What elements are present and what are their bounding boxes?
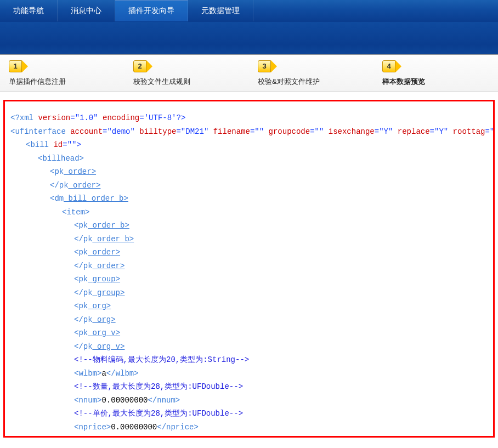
xml-pk-order2-open: <pk_order> [10,246,488,259]
xml-dm-bill-order-b: <dm_bill_order_b> [10,192,488,206]
xml-bill: <bill id=""> [10,138,488,152]
header-band [0,22,498,55]
xml-pk-order2-close: </pk_order> [10,259,488,273]
wizard-step-4[interactable]: 4 样本数据预览 [374,55,498,92]
step-4-label: 样本数据预览 [382,77,498,87]
step-3-label: 校验&对照文件维护 [258,77,374,87]
xml-preview-panel: <?xml version="1.0" encoding='UTF-8'?> <… [3,100,495,438]
wizard-step-3[interactable]: 3 校验&对照文件维护 [249,55,374,92]
wizard-steps: 1 单据插件信息注册 2 校验文件生成规则 3 校验&对照文件维护 4 样本数据… [0,55,498,92]
wizard-step-2[interactable]: 2 校验文件生成规则 [125,55,249,92]
xml-item: <item> [10,206,488,219]
xml-pk-order-close: </pk_order> [10,179,488,192]
xml-ufinterface: <ufinterface account="demo" billtype="DM… [10,125,488,139]
tab-message-center[interactable]: 消息中心 [58,0,115,21]
chevron-right-icon [395,60,401,72]
xml-pk-org-v-close: </pk_org_v> [10,340,488,354]
xml-pk-org-v-open: <pk_org_v> [10,326,488,340]
step-2-badge: 2 [133,60,146,72]
tab-plugin-wizard[interactable]: 插件开发向导 [115,0,188,21]
xml-comment-truncated: <!--金额,最大长度为28,类型为:UFDouble--> [10,434,488,438]
step-2-label: 校验文件生成规则 [133,77,249,87]
wizard-step-1[interactable]: 1 单据插件信息注册 [0,55,125,92]
top-nav-tabs: 功能导航 消息中心 插件开发向导 元数据管理 [0,0,498,22]
chevron-right-icon [271,60,277,72]
xml-pk-order-b-open: <pk_order_b> [10,219,488,232]
xml-nnum: <nnum>0.00000000</nnum> [10,394,488,407]
xml-pk-group-close: </pk_group> [10,286,488,300]
step-3-badge: 3 [258,60,271,72]
xml-declaration: <?xml version="1.0" encoding='UTF-8'?> [10,111,488,125]
step-4-badge: 4 [382,60,395,72]
step-1-label: 单据插件信息注册 [9,77,125,87]
xml-comment-nprice: <!--单价,最大长度为28,类型为:UFDouble--> [10,407,488,421]
step-1-badge: 1 [9,60,22,72]
xml-pk-order-open: <pk_order> [10,165,488,179]
xml-pk-org-open: <pk_org> [10,299,488,313]
xml-pk-org-close: </pk_org> [10,313,488,327]
xml-comment-wlbm: <!--物料编码,最大长度为20,类型为:String--> [10,353,488,367]
chevron-right-icon [146,60,152,72]
xml-pk-order-b-close: </pk_order_b> [10,232,488,246]
xml-wlbm: <wlbm>a</wlbm> [10,367,488,381]
xml-billhead: <billhead> [10,152,488,166]
xml-pk-group-open: <pk_group> [10,273,488,286]
xml-comment-nnum: <!--数量,最大长度为28,类型为:UFDouble--> [10,380,488,394]
xml-nprice: <nprice>0.00000000</nprice> [10,421,488,434]
chevron-right-icon [22,60,28,72]
tab-function-nav[interactable]: 功能导航 [0,0,58,21]
tab-metadata-mgmt[interactable]: 元数据管理 [188,0,253,21]
